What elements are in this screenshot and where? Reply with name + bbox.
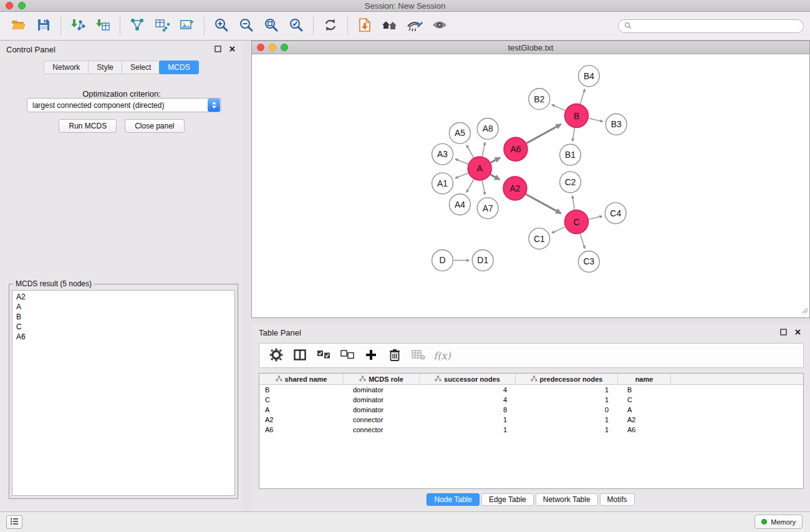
node-D[interactable]: D: [432, 250, 453, 271]
node-C1[interactable]: C1: [529, 228, 550, 249]
node-A8[interactable]: A8: [477, 118, 498, 140]
network-close-button[interactable]: [257, 44, 264, 51]
tab-mcds[interactable]: MCDS: [159, 60, 198, 74]
node-B1[interactable]: B1: [560, 144, 581, 165]
open-session-button[interactable]: [352, 14, 377, 38]
toggle-column-button[interactable]: [291, 346, 309, 365]
search-field[interactable]: [618, 19, 804, 33]
delete-button[interactable]: [385, 346, 404, 365]
node-B2[interactable]: B2: [529, 89, 550, 110]
tab-style[interactable]: Style: [88, 60, 122, 74]
edge-A6-B[interactable]: [526, 124, 561, 143]
node-A6[interactable]: A6: [504, 137, 528, 161]
memory-button[interactable]: Memory: [755, 515, 803, 529]
edge-A-A2[interactable]: [491, 175, 500, 180]
delete-column-button[interactable]: [409, 346, 428, 365]
node-C[interactable]: C: [565, 210, 589, 234]
tab-network[interactable]: Network: [44, 60, 89, 74]
network-graph[interactable]: B4B2BB3A5A8A6B1A3AC2A1A2A4A7C1CC4C3DD1: [253, 55, 809, 317]
tab-node-table[interactable]: Node Table: [427, 493, 480, 506]
new-network-button[interactable]: [125, 14, 150, 38]
export-image-button[interactable]: [175, 14, 200, 38]
import-table-button[interactable]: [90, 14, 115, 38]
edge-A-A8[interactable]: [482, 142, 485, 157]
close-window-button[interactable]: [6, 2, 13, 9]
vertical-splitter[interactable]: [243, 41, 251, 511]
zoom-fit-button[interactable]: [259, 14, 284, 38]
network-table-button[interactable]: [150, 14, 175, 38]
task-history-button[interactable]: [6, 515, 22, 529]
style-editor-button[interactable]: [402, 14, 427, 38]
tab-select[interactable]: Select: [122, 60, 160, 74]
network-zoom-button[interactable]: [281, 44, 288, 51]
node-B4[interactable]: B4: [579, 65, 600, 87]
table-row[interactable]: Adominator80A: [259, 405, 803, 415]
node-A7[interactable]: A7: [477, 198, 498, 219]
add-column-button[interactable]: [362, 346, 380, 365]
function-builder-button[interactable]: f(x): [433, 346, 451, 365]
edge-B-B4[interactable]: [580, 89, 584, 104]
zoom-window-button[interactable]: [18, 2, 26, 9]
save-button[interactable]: [31, 14, 56, 38]
node-A2[interactable]: A2: [503, 177, 527, 200]
tab-edge-table[interactable]: Edge Table: [481, 493, 534, 506]
optimization-criterion-dropdown[interactable]: largest connected component (directed): [27, 98, 221, 112]
zoom-in-button[interactable]: [209, 14, 234, 38]
table-row[interactable]: A2connector11A2: [259, 415, 803, 425]
table-row[interactable]: Cdominator41C: [259, 395, 803, 405]
import-network-button[interactable]: [65, 14, 90, 38]
table-row[interactable]: A6connector11A6: [259, 425, 803, 435]
node-B[interactable]: B: [565, 104, 589, 128]
node-C3[interactable]: C3: [579, 251, 600, 273]
table-row[interactable]: Bdominator41B: [259, 385, 803, 395]
edge-A-A5[interactable]: [466, 145, 473, 158]
node-D1[interactable]: D1: [472, 250, 493, 271]
open-button[interactable]: [6, 14, 31, 38]
edge-B-B3[interactable]: [589, 118, 603, 122]
edge-C-C1[interactable]: [552, 227, 565, 233]
float-table-panel-button[interactable]: [778, 327, 788, 337]
search-input[interactable]: [635, 22, 798, 31]
tab-motifs[interactable]: Motifs: [600, 493, 635, 506]
deselect-all-button[interactable]: [338, 346, 357, 365]
zoom-selected-button[interactable]: [284, 14, 309, 38]
network-window-titlebar[interactable]: testGlobe.txt: [252, 41, 809, 54]
close-table-panel-button[interactable]: [793, 327, 803, 337]
node-A5[interactable]: A5: [449, 122, 470, 143]
run-mcds-button[interactable]: Run MCDS: [59, 119, 117, 133]
edge-B-B2[interactable]: [552, 105, 565, 111]
node-C2[interactable]: C2: [560, 172, 581, 193]
result-item[interactable]: C: [12, 322, 234, 332]
node-C4[interactable]: C4: [605, 203, 626, 224]
apply-layout-button[interactable]: [318, 14, 343, 38]
edge-A-A4[interactable]: [466, 180, 474, 193]
close-panel-button[interactable]: Close panel: [125, 119, 184, 133]
home-button[interactable]: [377, 14, 402, 38]
tab-network-table[interactable]: Network Table: [536, 493, 598, 506]
column-header-predecessor-nodes[interactable]: predecessor nodes: [516, 374, 618, 384]
result-item[interactable]: A: [12, 302, 234, 312]
edge-C-C4[interactable]: [589, 216, 602, 220]
table-settings-button[interactable]: [267, 346, 286, 365]
column-header-name[interactable]: name: [618, 374, 671, 384]
edge-A-A7[interactable]: [482, 181, 485, 195]
edge-C-C3[interactable]: [580, 234, 584, 249]
network-canvas[interactable]: B4B2BB3A5A8A6B1A3AC2A1A2A4A7C1CC4C3DD1: [253, 55, 809, 317]
node-B3[interactable]: B3: [605, 114, 627, 135]
zoom-out-button[interactable]: [234, 14, 259, 38]
column-header-successor-nodes[interactable]: successor nodes: [420, 374, 516, 384]
resize-grip-icon[interactable]: [801, 305, 808, 316]
result-item[interactable]: A6: [12, 332, 234, 342]
select-all-button[interactable]: [314, 346, 333, 365]
column-header-mcds-role[interactable]: MCDS role: [344, 374, 420, 384]
node-A3[interactable]: A3: [432, 143, 453, 165]
node-A[interactable]: A: [468, 157, 491, 180]
node-A1[interactable]: A1: [432, 173, 453, 194]
close-panel-x-button[interactable]: [227, 44, 237, 54]
result-item[interactable]: B: [12, 312, 234, 322]
edge-A-A3[interactable]: [455, 159, 468, 164]
network-minimize-button[interactable]: [269, 44, 276, 51]
column-header-shared-name[interactable]: shared name: [259, 374, 344, 384]
float-panel-button[interactable]: [213, 44, 223, 54]
node-A4[interactable]: A4: [449, 194, 470, 215]
